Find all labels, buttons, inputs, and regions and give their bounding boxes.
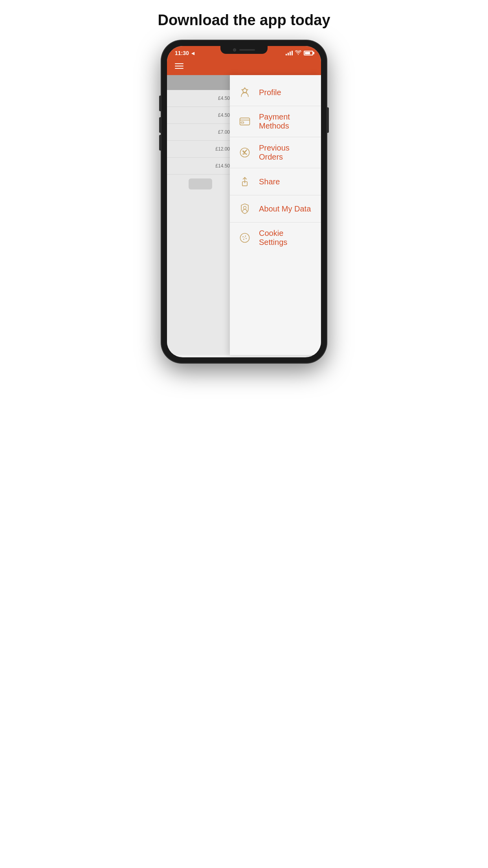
menu-item-payment[interactable]: Payment Methods — [230, 106, 321, 137]
share-icon — [238, 175, 252, 189]
wifi-icon — [295, 50, 301, 56]
list-item: £14.50 — [167, 158, 234, 175]
phone-frame: 11:30 ◀ — [161, 40, 327, 363]
svg-rect-2 — [240, 118, 250, 125]
bg-button — [189, 178, 212, 189]
status-time: 11:30 ◀ — [175, 50, 194, 56]
menu-item-orders[interactable]: Previous Orders — [230, 137, 321, 168]
menu-item-cookies[interactable]: Cookie Settings — [230, 223, 321, 253]
profile-label: Profile — [259, 88, 281, 97]
menu-item-share[interactable]: Share — [230, 168, 321, 195]
list-item: £12.00 — [167, 141, 234, 158]
menu-items-list: Profile Payment Methods — [230, 75, 321, 253]
location-arrow-icon: ◀ — [191, 51, 194, 55]
notch-speaker — [239, 49, 255, 51]
screen-content: £4.50 £4.50 £7.00 £12.00 £14.50 — [167, 75, 321, 355]
hamburger-button[interactable] — [173, 62, 185, 70]
notch-camera — [233, 48, 236, 51]
drawer-menu: Profile Payment Methods — [230, 75, 321, 355]
cookies-label: Cookie Settings — [259, 229, 313, 247]
svg-point-17 — [245, 235, 246, 237]
data-icon — [238, 202, 252, 216]
list-item: £4.50 — [167, 90, 234, 107]
share-label: Share — [259, 177, 280, 186]
cookie-icon — [238, 231, 252, 245]
svg-point-20 — [244, 237, 245, 238]
data-label: About My Data — [259, 204, 311, 213]
svg-point-16 — [242, 236, 244, 237]
svg-point-18 — [243, 239, 244, 240]
status-icons — [286, 50, 313, 56]
svg-point-13 — [243, 206, 246, 209]
svg-point-14 — [246, 210, 247, 211]
payment-icon — [238, 114, 252, 129]
signal-icon — [286, 51, 293, 55]
menu-item-data[interactable]: About My Data — [230, 195, 321, 223]
list-footer — [167, 175, 234, 193]
list-item: £7.00 — [167, 124, 234, 141]
phone-screen: 11:30 ◀ — [167, 46, 321, 357]
svg-point-19 — [246, 238, 247, 239]
list-item: £4.50 — [167, 107, 234, 124]
background-list: £4.50 £4.50 £7.00 £12.00 £14.50 — [167, 75, 234, 355]
orders-icon — [238, 145, 252, 160]
payment-label: Payment Methods — [259, 112, 313, 131]
app-toolbar — [167, 59, 321, 75]
profile-icon — [238, 85, 252, 99]
svg-marker-1 — [242, 88, 248, 94]
bg-header-bar — [167, 75, 234, 90]
svg-rect-4 — [241, 122, 244, 123]
menu-item-profile[interactable]: Profile — [230, 79, 321, 106]
battery-icon — [304, 51, 313, 55]
page-title: Download the app today — [158, 12, 330, 29]
notch — [220, 46, 268, 54]
orders-label: Previous Orders — [259, 143, 313, 162]
time-display: 11:30 — [175, 50, 189, 56]
